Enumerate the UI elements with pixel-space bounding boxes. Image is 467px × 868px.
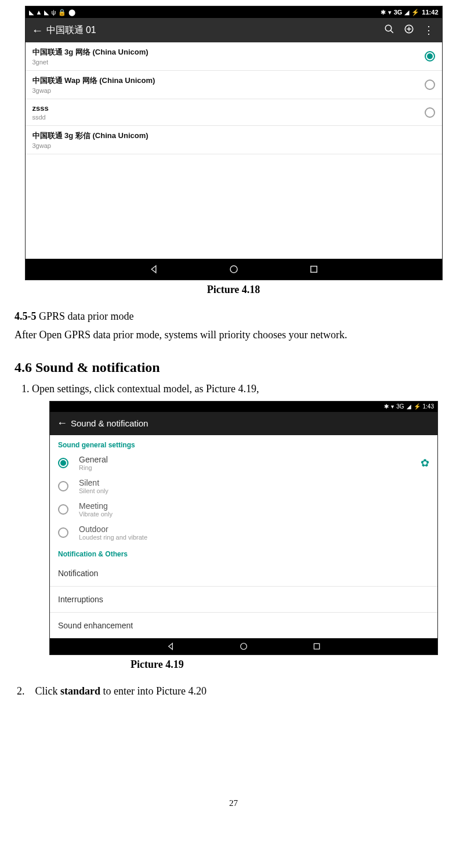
svg-point-5 — [230, 266, 237, 273]
row-interruptions[interactable]: Interruptions — [50, 586, 437, 612]
bluetooth-icon: ✱ — [384, 403, 389, 410]
clock: 1:43 — [423, 403, 434, 410]
app-bar: ← Sound & notification — [50, 412, 437, 435]
section-num: 4.5-5 — [15, 310, 37, 322]
profile-sub: Ring — [79, 464, 408, 471]
status-bar: ✱ ▾ 3G ◢ ⚡ 1:43 — [50, 402, 437, 412]
battery-icon: ⚡ — [414, 403, 421, 410]
blank-area — [26, 154, 442, 259]
apn-row[interactable]: 中国联通 3g 网络 (China Unicom) 3gnet — [26, 42, 442, 71]
step-1: 1. Open settings, click contextual model… — [15, 381, 452, 397]
profile-sub: Loudest ring and vibrate — [79, 534, 429, 541]
apn-sub: 3gwap — [32, 142, 435, 149]
gear-icon[interactable]: ✿ — [408, 457, 429, 469]
status-icon: ◣ — [44, 9, 49, 16]
profile-title: Outdoor — [79, 525, 429, 534]
profile-sub: Vibrate only — [79, 511, 429, 518]
svg-rect-8 — [314, 643, 319, 649]
step-2-text-c: to enter into Picture 4.20 — [100, 685, 207, 697]
apn-sub: 3gnet — [32, 59, 425, 66]
profile-row-meeting[interactable]: Meeting Vibrate only — [50, 498, 437, 521]
status-bar: ◣ ▲ ◣ ψ 🔒 ⬤ ✱ ▾ 3G ◢ ⚡ 11:42 — [26, 6, 442, 18]
back-nav-icon[interactable] — [166, 642, 175, 651]
profile-title: Silent — [79, 478, 429, 487]
back-button[interactable]: ← — [29, 24, 46, 37]
apn-sub: 3gwap — [32, 87, 425, 94]
page-number: 27 — [15, 798, 452, 808]
heading-4-6: 4.6 Sound & notification — [15, 360, 452, 375]
svg-line-1 — [390, 30, 393, 33]
svg-rect-6 — [310, 266, 317, 273]
apn-title: 中国联通 Wap 网络 (China Unicom) — [32, 75, 425, 86]
section-header-general: Sound general settings — [50, 435, 437, 451]
step-2-num: 2. — [17, 685, 25, 697]
back-nav-icon[interactable] — [149, 264, 159, 274]
apn-list: 中国联通 3g 网络 (China Unicom) 3gnet 中国联通 Wap… — [26, 42, 442, 259]
apn-screenshot: ◣ ▲ ◣ ψ 🔒 ⬤ ✱ ▾ 3G ◢ ⚡ 11:42 ← 中国联通 01 — [25, 6, 443, 280]
wifi-icon: ▾ — [388, 9, 392, 16]
apn-title: 中国联通 3g 彩信 (China Unicom) — [32, 131, 435, 141]
status-icon: ▲ — [36, 9, 42, 16]
nav-bar — [50, 638, 437, 654]
lock-icon: 🔒 — [58, 9, 66, 16]
apn-title: zsss — [32, 104, 425, 113]
bluetooth-icon: ✱ — [381, 9, 386, 16]
apn-row[interactable]: 中国联通 Wap 网络 (China Unicom) 3gwap — [26, 71, 442, 99]
section-header-others: Notification & Others — [50, 544, 437, 560]
more-icon[interactable]: ⋮ — [419, 24, 439, 37]
wifi-icon: ▾ — [391, 403, 394, 410]
add-icon[interactable] — [399, 24, 419, 37]
nav-bar — [26, 259, 442, 280]
battery-icon: ⚡ — [411, 9, 419, 16]
svg-point-7 — [241, 643, 247, 649]
radio-icon[interactable] — [425, 107, 435, 118]
clock: 11:42 — [422, 9, 438, 16]
caption-419: Picture 4.19 — [15, 659, 452, 671]
signal-icon: ◢ — [404, 9, 409, 16]
radio-icon[interactable] — [58, 527, 68, 538]
profile-sub: Silent only — [79, 487, 429, 494]
section-title: GPRS data prior mode — [37, 310, 134, 322]
step-2-text-b: standard — [60, 685, 100, 697]
radio-selected-icon[interactable] — [58, 458, 68, 468]
home-nav-icon[interactable] — [239, 642, 248, 651]
app-bar-title: Sound & notification — [71, 418, 148, 428]
recent-nav-icon[interactable] — [312, 642, 321, 651]
step-2: 2. Click standard to enter into Picture … — [15, 683, 452, 700]
row-sound-enhancement[interactable]: Sound enhancement — [50, 612, 437, 638]
profile-row-general[interactable]: General Ring ✿ — [50, 451, 437, 475]
apn-row[interactable]: zsss ssdd — [26, 99, 442, 126]
radio-icon[interactable] — [58, 504, 68, 515]
apn-title: 中国联通 3g 网络 (China Unicom) — [32, 47, 425, 57]
apn-sub: ssdd — [32, 114, 425, 121]
usb-icon: ψ — [51, 9, 56, 16]
radio-icon[interactable] — [425, 79, 435, 90]
step-2-text-a: Click — [35, 685, 61, 697]
section-4-5-5-body: After Open GPRS data prior mode, systems… — [15, 327, 452, 343]
radio-icon[interactable] — [58, 481, 68, 491]
recent-nav-icon[interactable] — [309, 264, 319, 274]
status-icon: ⬤ — [68, 9, 75, 16]
search-icon[interactable] — [379, 24, 399, 37]
home-nav-icon[interactable] — [229, 264, 239, 274]
radio-selected-icon[interactable] — [425, 51, 435, 62]
caption-418: Picture 4.18 — [15, 284, 452, 296]
section-4-5-5: 4.5-5 GPRS data prior mode — [15, 309, 452, 325]
profile-row-outdoor[interactable]: Outdoor Loudest ring and vibrate — [50, 521, 437, 544]
app-bar: ← 中国联通 01 ⋮ — [26, 18, 442, 42]
sound-screenshot: ✱ ▾ 3G ◢ ⚡ 1:43 ← Sound & notification S… — [49, 401, 438, 655]
profile-row-silent[interactable]: Silent Silent only — [50, 475, 437, 498]
network-type: 3G — [396, 403, 404, 410]
apn-row[interactable]: 中国联通 3g 彩信 (China Unicom) 3gwap — [26, 126, 442, 154]
app-bar-title: 中国联通 01 — [46, 24, 379, 37]
row-notification[interactable]: Notification — [50, 560, 437, 586]
status-icon: ◣ — [29, 9, 34, 16]
profile-title: General — [79, 455, 408, 464]
back-button[interactable]: ← — [53, 417, 71, 429]
network-type: 3G — [394, 9, 403, 16]
profile-title: Meeting — [79, 501, 429, 511]
svg-point-0 — [385, 25, 392, 31]
signal-icon: ◢ — [407, 403, 411, 410]
